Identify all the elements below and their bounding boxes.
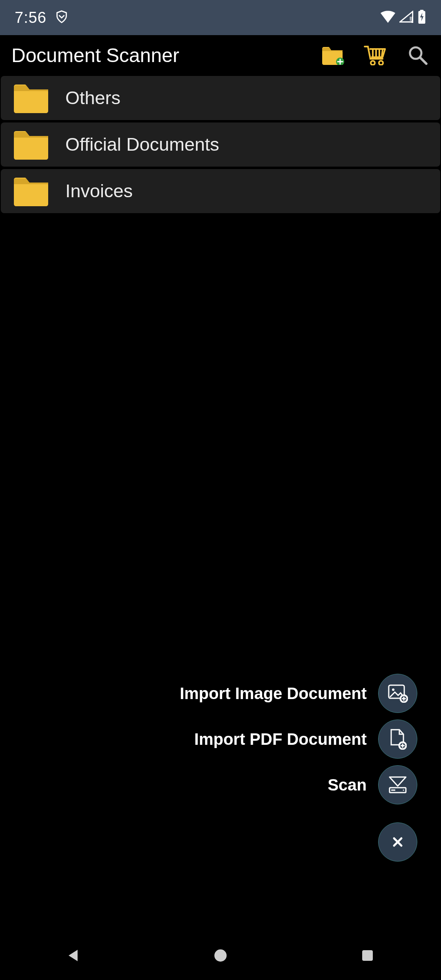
scanner-icon — [378, 765, 417, 804]
fab-label: Import PDF Document — [194, 730, 367, 748]
status-bar: 7:56 ! — [0, 0, 441, 35]
cell-signal-icon: ! — [399, 11, 413, 24]
folder-label: Invoices — [65, 180, 133, 202]
search-icon — [408, 45, 428, 65]
fab-label: Import Image Document — [180, 684, 367, 703]
fab-scan[interactable]: Scan — [327, 765, 417, 804]
svg-text:!: ! — [409, 15, 412, 23]
fab-import-image[interactable]: Import Image Document — [180, 674, 417, 713]
folder-icon — [11, 175, 51, 207]
cart-button[interactable] — [363, 43, 387, 67]
folder-label: Others — [65, 87, 120, 109]
svg-point-14 — [392, 688, 394, 691]
close-icon — [378, 822, 417, 862]
nav-back-button[interactable] — [61, 943, 86, 968]
fab-speed-dial: Import Image Document Import PDF Documen… — [180, 674, 417, 862]
svg-rect-0 — [412, 17, 413, 23]
svg-line-12 — [420, 58, 426, 64]
status-left: 7:56 — [15, 9, 69, 27]
vpn-shield-icon — [55, 10, 69, 25]
triangle-back-icon — [65, 947, 82, 964]
nav-home-button[interactable] — [208, 943, 233, 968]
folder-icon — [11, 128, 51, 161]
system-nav-bar — [0, 931, 441, 980]
fab-label: Scan — [327, 776, 367, 794]
status-time: 7:56 — [15, 9, 47, 27]
square-recent-icon — [360, 948, 375, 963]
folder-item-official-documents[interactable]: Official Documents — [1, 122, 440, 167]
app-bar-actions — [321, 43, 430, 67]
app-bar: Document Scanner — [0, 35, 441, 75]
circle-home-icon — [212, 947, 229, 964]
svg-line-8 — [382, 50, 383, 56]
folder-item-others[interactable]: Others — [1, 76, 440, 120]
fab-close[interactable] — [378, 822, 417, 862]
new-folder-button[interactable] — [321, 43, 345, 67]
folder-list: Others Official Documents Invoices — [0, 76, 441, 213]
svg-rect-25 — [362, 950, 373, 961]
search-button[interactable] — [406, 43, 430, 67]
battery-charging-icon — [417, 10, 426, 25]
wifi-icon — [381, 11, 395, 24]
nav-recent-button[interactable] — [355, 943, 380, 968]
status-right: ! — [381, 10, 426, 25]
folder-add-icon — [321, 45, 344, 65]
svg-point-21 — [403, 790, 404, 791]
fab-import-pdf[interactable]: Import PDF Document — [194, 719, 417, 759]
svg-rect-3 — [420, 10, 424, 11]
svg-point-24 — [214, 949, 227, 962]
app-title: Document Scanner — [11, 44, 321, 67]
cart-icon — [364, 45, 387, 65]
image-add-icon — [378, 674, 417, 713]
svg-point-10 — [379, 61, 383, 65]
folder-label: Official Documents — [65, 134, 219, 155]
svg-point-9 — [371, 61, 375, 65]
folder-item-invoices[interactable]: Invoices — [1, 169, 440, 213]
file-add-icon — [378, 719, 417, 759]
folder-icon — [11, 82, 51, 114]
